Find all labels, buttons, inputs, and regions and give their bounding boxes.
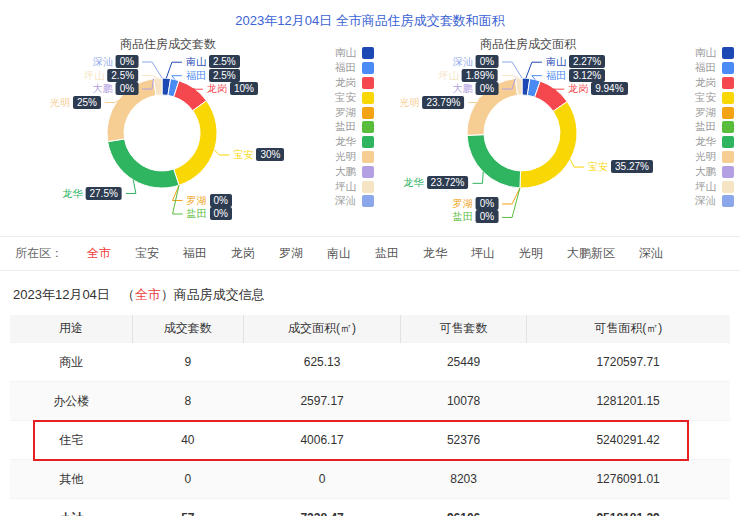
filter-option[interactable]: 罗湖: [279, 246, 303, 260]
legend-item[interactable]: 福田: [335, 61, 374, 76]
table-cell: 10078: [401, 382, 526, 421]
donut-chart: 南山2.27%福田3.12%龙岗9.94%宝安35.27%罗湖0%盐田0%龙华2…: [372, 36, 684, 234]
page-title: 2023年12月04日 全市商品住房成交套数和面积: [0, 0, 740, 30]
percent-label-value: 27.5%: [85, 187, 121, 200]
legend-item[interactable]: 龙岗: [335, 76, 374, 91]
donut-svg: [372, 36, 684, 234]
percent-label-region: 深汕: [453, 54, 473, 69]
legend-item[interactable]: 南山: [695, 46, 734, 61]
percent-label: 光明23.79%: [399, 95, 464, 110]
percent-label: 大鹏0%: [93, 81, 138, 96]
filter-option[interactable]: 宝安: [135, 246, 159, 260]
legend-item[interactable]: 光明: [695, 150, 734, 165]
charts-row: 南山2.5%福田2.5%龙岗10%宝安30%罗湖0%盐田0%龙华27.5%光明2…: [0, 36, 740, 236]
legend-item[interactable]: 盐田: [335, 120, 374, 135]
table-header-cell: 成交套数: [132, 315, 243, 343]
percent-label: 盐田0%: [187, 206, 232, 221]
table-cell: 9: [132, 343, 243, 382]
legend-label: 宝安: [695, 91, 716, 105]
table-cell: 57: [132, 499, 243, 516]
table-cell: 8203: [401, 460, 526, 499]
legend-item[interactable]: 罗湖: [335, 105, 374, 120]
label-leader-line: [214, 150, 229, 155]
label-leader-line: [502, 188, 520, 204]
paren-close: ）: [161, 287, 174, 302]
percent-label: 深汕0%: [453, 54, 498, 69]
filter-option[interactable]: 光明: [519, 246, 543, 260]
legend-item[interactable]: 宝安: [695, 90, 734, 105]
table-row: 办公楼82597.17100781281201.15: [10, 382, 730, 421]
table-header-cell: 用途: [10, 315, 132, 343]
transactions-table-wrap: 用途成交套数成交面积(㎡)可售套数可售面积(㎡) 商业9625.13254491…: [10, 315, 730, 516]
legend-item[interactable]: 罗湖: [695, 105, 734, 120]
percent-label-value: 0%: [116, 55, 138, 68]
legend-item[interactable]: 深汕: [695, 194, 734, 209]
legend-item[interactable]: 盐田: [695, 120, 734, 135]
percent-label-value: 23.72%: [427, 176, 469, 189]
percent-label-region: 福田: [186, 68, 206, 83]
table-cell: 0: [132, 460, 243, 499]
filter-option[interactable]: 坪山: [471, 246, 495, 260]
filter-option[interactable]: 福田: [183, 246, 207, 260]
table-row: 住宅404006.17523765240291.42: [10, 421, 730, 460]
legend-item[interactable]: 坪山: [335, 179, 374, 194]
percent-label-value: 0%: [476, 82, 498, 95]
legend-item[interactable]: 福田: [695, 61, 734, 76]
percent-label-region: 深汕: [93, 54, 113, 69]
legend-color-swatch: [722, 62, 734, 74]
legend-item[interactable]: 大鹏: [695, 164, 734, 179]
legend-item[interactable]: 宝安: [335, 90, 374, 105]
donut-svg: [12, 36, 324, 234]
table-cell: 0: [243, 460, 401, 499]
table-title-date: 2023年12月04日: [13, 287, 110, 302]
filter-option[interactable]: 龙华: [423, 246, 447, 260]
donut-chart: 南山2.5%福田2.5%龙岗10%宝安30%罗湖0%盐田0%龙华27.5%光明2…: [12, 36, 324, 234]
percent-label-value: 0%: [476, 197, 498, 210]
percent-label-value: 23.79%: [422, 96, 464, 109]
legend-label: 光明: [695, 150, 716, 164]
legend-label: 福田: [695, 61, 716, 75]
filter-option[interactable]: 大鹏新区: [567, 246, 615, 260]
legend-item[interactable]: 龙华: [335, 135, 374, 150]
filter-option[interactable]: 盐田: [375, 246, 399, 260]
percent-label-region: 坪山: [84, 68, 104, 83]
label-leader-line: [173, 185, 183, 214]
legend-label: 坪山: [695, 180, 716, 194]
table-cell: 住宅: [10, 421, 132, 460]
table-cell: 7228.47: [243, 499, 401, 516]
legend-item[interactable]: 大鹏: [335, 164, 374, 179]
percent-label-value: 0%: [476, 55, 498, 68]
percent-label-value: 9.94%: [591, 82, 627, 95]
percent-label: 深汕0%: [93, 54, 138, 69]
percent-label-region: 宝安: [233, 147, 253, 162]
percent-label: 盐田0%: [453, 209, 498, 224]
filter-option[interactable]: 南山: [327, 246, 351, 260]
legend-item[interactable]: 龙华: [695, 135, 734, 150]
legend-color-swatch: [722, 107, 734, 119]
legend-item[interactable]: 南山: [335, 46, 374, 61]
paren-open: （: [122, 287, 135, 302]
legend-item[interactable]: 深汕: [335, 194, 374, 209]
legend-label: 盐田: [335, 120, 356, 134]
legend-item[interactable]: 光明: [335, 150, 374, 165]
percent-label-value: 35.27%: [611, 160, 653, 173]
filter-option[interactable]: 全市: [87, 246, 111, 260]
percent-label-region: 大鹏: [453, 81, 473, 96]
legend-item[interactable]: 龙岗: [695, 76, 734, 91]
percent-label: 坪山1.89%: [439, 68, 498, 83]
filter-option[interactable]: 深汕: [639, 246, 663, 260]
legend-color-swatch: [722, 195, 734, 207]
table-body: 商业9625.13254491720597.71办公楼82597.1710078…: [10, 343, 730, 516]
percent-label-region: 福田: [546, 68, 566, 83]
legend-color-swatch: [722, 181, 734, 193]
legend-item[interactable]: 坪山: [695, 179, 734, 194]
table-cell: 625.13: [243, 343, 401, 382]
legend-color-swatch: [722, 136, 734, 148]
legend-label: 龙岗: [695, 76, 716, 90]
transactions-table: 用途成交套数成交面积(㎡)可售套数可售面积(㎡) 商业9625.13254491…: [10, 315, 730, 516]
pie-slice: [108, 139, 179, 188]
filter-option[interactable]: 龙岗: [231, 246, 255, 260]
legend-label: 龙华: [335, 135, 356, 149]
percent-label-value: 2.5%: [107, 69, 138, 82]
percent-label: 光明25%: [50, 95, 101, 110]
